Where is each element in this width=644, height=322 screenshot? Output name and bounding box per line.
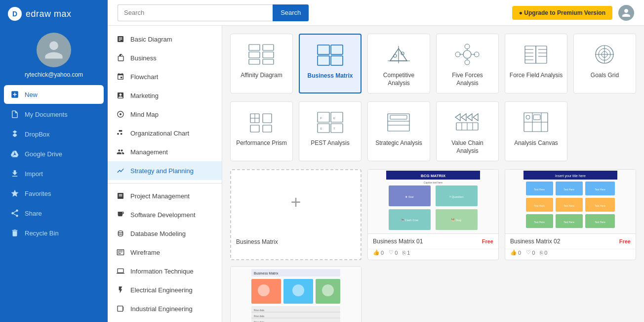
force-field-preview xyxy=(522,42,551,67)
category-item-marketing[interactable]: Marketing xyxy=(108,86,222,105)
search-button[interactable]: Search xyxy=(273,4,309,21)
software-dev-icon xyxy=(116,210,125,220)
svg-rect-54 xyxy=(390,115,407,119)
svg-text:🐕 Dog: 🐕 Dog xyxy=(451,218,461,222)
sidebar-item-share[interactable]: Share xyxy=(4,204,104,223)
sidebar-item-favorites[interactable]: Favorites xyxy=(4,184,104,203)
business-matrix-label: Business Matrix xyxy=(307,72,353,80)
category-label: Information Technique xyxy=(130,268,194,275)
value-chain-label: Value Chain Analysis xyxy=(441,139,494,155)
category-item-project-management[interactable]: Project Management xyxy=(108,186,222,205)
template-type-performance-prism[interactable]: Performance Prism xyxy=(230,101,293,161)
strategic-analysis-label: Strategic Analysis xyxy=(375,139,422,147)
category-item-strategy[interactable]: Strategy and Planning xyxy=(108,161,222,180)
category-item-flowchart[interactable]: Flowchart xyxy=(108,67,222,86)
category-label: Strategy and Planning xyxy=(130,167,194,175)
svg-rect-43 xyxy=(263,125,272,132)
category-sidebar: Basic Diagram Business Flowchart Marketi… xyxy=(108,26,222,322)
svg-marker-58 xyxy=(467,114,472,121)
svg-text:Caption text here: Caption text here xyxy=(424,181,443,184)
sidebar-item-dropbox[interactable]: DropBox xyxy=(4,125,104,143)
sidebar-header: D edraw max xyxy=(0,0,108,28)
category-item-building-plan[interactable]: Building Plan xyxy=(108,318,222,322)
svg-rect-69 xyxy=(533,115,540,120)
sidebar-item-my-documents[interactable]: My Documents xyxy=(4,105,104,124)
google-drive-icon xyxy=(10,149,20,159)
search-input[interactable] xyxy=(118,4,273,21)
svg-marker-57 xyxy=(461,114,466,121)
sidebar-item-recycle-bin[interactable]: Recycle Bin xyxy=(4,224,104,242)
svg-rect-7 xyxy=(318,45,329,54)
new-icon xyxy=(10,90,20,99)
copies-02: ⎘ 0 xyxy=(540,250,547,256)
category-item-mind-map[interactable]: Mind Map xyxy=(108,105,222,124)
svg-text:BCG MATRIX: BCG MATRIX xyxy=(421,174,446,178)
template-type-pest-analysis[interactable]: P E S T PEST Analysis xyxy=(299,101,362,161)
template-type-analysis-canvas[interactable]: Analysis Canvas xyxy=(505,101,567,161)
category-item-industrial[interactable]: Industrial Engineering xyxy=(108,299,222,318)
competitive-analysis-preview xyxy=(384,42,414,67)
competitive-analysis-label: Competitive Analysis xyxy=(372,72,426,87)
template-type-competitive-analysis[interactable]: Competitive Analysis xyxy=(367,34,430,93)
svg-rect-41 xyxy=(263,114,272,123)
category-label: Organizational Chart xyxy=(130,130,189,137)
template-type-affinity-diagram[interactable]: Affinity Diagram xyxy=(230,34,293,93)
template-type-five-forces[interactable]: Five Forces Analysis xyxy=(436,34,499,93)
dropbox-icon xyxy=(10,129,20,139)
free-badge-01: Free xyxy=(482,238,493,244)
category-item-info-tech[interactable]: Information Technique xyxy=(108,262,222,280)
svg-text:Text Here: Text Here xyxy=(595,221,605,224)
svg-text:Insert your title here: Insert your title here xyxy=(555,174,586,178)
app-name: edraw max xyxy=(26,9,72,19)
sidebar-item-favorites-label: Favorites xyxy=(25,190,51,197)
content-area: Basic Diagram Business Flowchart Marketi… xyxy=(108,26,644,322)
mind-map-icon xyxy=(116,109,125,119)
template-type-business-matrix[interactable]: Business Matrix xyxy=(299,34,362,93)
result-title-02: Business Matrix 02 xyxy=(510,238,560,245)
category-item-basic-diagram[interactable]: Basic Diagram xyxy=(108,30,222,48)
svg-rect-6 xyxy=(263,59,274,64)
svg-point-108 xyxy=(322,284,334,296)
category-item-electrical[interactable]: Electrical Engineering xyxy=(108,280,222,299)
new-blank-card[interactable]: + Business Matrix xyxy=(230,169,362,260)
hearts-02: ♡ 0 xyxy=(526,249,535,256)
result-preview-02: Insert your title here Text Here Text He… xyxy=(505,170,636,234)
result-card-01[interactable]: BCG MATRIX Caption text here ★ Star ? Qu… xyxy=(367,169,499,260)
svg-text:Text Here: Text Here xyxy=(595,188,605,191)
upgrade-button[interactable]: ● Upgrade to Premium Version xyxy=(512,6,612,20)
template-type-value-chain[interactable]: Value Chain Analysis xyxy=(436,101,499,161)
sidebar-item-new[interactable]: New xyxy=(4,85,104,104)
svg-text:Text Here: Text Here xyxy=(534,221,545,224)
category-item-business[interactable]: Business xyxy=(108,48,222,67)
sidebar-item-dropbox-label: DropBox xyxy=(25,131,50,138)
category-label: Business xyxy=(130,54,157,62)
user-avatar-top[interactable] xyxy=(618,5,634,21)
svg-rect-47 xyxy=(331,124,343,133)
category-item-software-dev[interactable]: Software Development xyxy=(108,205,222,224)
category-item-management[interactable]: Management xyxy=(108,142,222,161)
search-wrapper: Search xyxy=(118,4,309,21)
template-type-strategic-analysis[interactable]: Strategic Analysis xyxy=(367,101,430,161)
category-item-org-chart[interactable]: Organizational Chart xyxy=(108,124,222,142)
performance-prism-preview xyxy=(247,110,277,135)
recycle-bin-icon xyxy=(10,228,20,238)
category-label: Management xyxy=(130,148,168,156)
sidebar-item-new-label: New xyxy=(25,91,38,98)
sidebar-item-google-drive[interactable]: Google Drive xyxy=(4,144,104,163)
result-actions-02: 👍 0 ♡ 0 ⎘ 0 xyxy=(510,249,547,256)
five-forces-label: Five Forces Analysis xyxy=(441,72,494,87)
sidebar-item-import[interactable]: Import xyxy=(4,164,104,183)
svg-text:Row data: Row data xyxy=(254,315,264,318)
result-card-02[interactable]: Insert your title here Text Here Text He… xyxy=(505,169,636,260)
sidebar-item-share-label: Share xyxy=(25,210,42,217)
result-footer-02: Business Matrix 02 Free xyxy=(505,234,636,249)
template-type-goals-grid[interactable]: Goals Grid xyxy=(573,34,636,93)
result-card-03[interactable]: Business Matrix Row data Row data xyxy=(230,266,362,322)
category-item-database[interactable]: Database Modeling xyxy=(108,224,222,243)
plus-icon: + xyxy=(290,192,301,213)
svg-text:Text Here: Text Here xyxy=(534,204,545,207)
template-type-force-field[interactable]: Force Field Analysis xyxy=(505,34,567,93)
svg-text:T: T xyxy=(333,127,335,130)
category-item-wireframe[interactable]: Wireframe xyxy=(108,243,222,262)
svg-rect-2 xyxy=(249,52,260,58)
